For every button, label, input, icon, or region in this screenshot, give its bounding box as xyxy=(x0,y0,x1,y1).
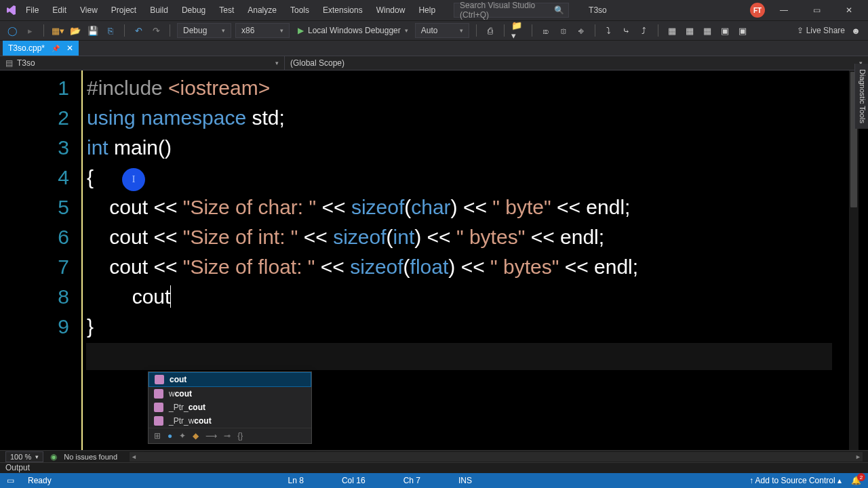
menu-project[interactable]: Project xyxy=(106,3,142,18)
live-share-button[interactable]: ⇪Live Share xyxy=(797,26,845,35)
tabbar: T3so.cpp* 📌 ✕ xyxy=(0,41,868,56)
filter-icon[interactable]: ● xyxy=(167,431,172,441)
search-placeholder: Search Visual Studio (Ctrl+Q) xyxy=(460,1,563,20)
status-line: Ln 8 xyxy=(288,476,304,485)
config-combo[interactable]: Debug xyxy=(177,23,231,38)
scope-function-combo[interactable]: (Global Scope) ▾ xyxy=(285,56,868,70)
horizontal-scrollbar[interactable]: ◄ ► xyxy=(130,452,863,462)
scope-project-combo[interactable]: ▤ T3so ▾ xyxy=(0,56,285,70)
member-icon xyxy=(154,416,163,426)
platform-combo[interactable]: x86 xyxy=(235,23,290,38)
file-tab-active[interactable]: T3so.cpp* 📌 ✕ xyxy=(3,41,79,56)
menu-tools[interactable]: Tools xyxy=(285,3,315,18)
status-ready-icon: ▭ xyxy=(7,476,14,485)
search-icon: 🔍 xyxy=(554,5,564,15)
tb-x1-icon[interactable]: ▦ xyxy=(665,24,679,37)
vs-logo-icon xyxy=(5,4,18,16)
intellisense-popup[interactable]: cout wcout _Ptr_cout _Ptr_wcout ⊞ ● ✦ ◆ … xyxy=(148,371,312,444)
status-char: Ch 7 xyxy=(403,476,420,485)
notification-bell-icon[interactable]: 🔔2 xyxy=(851,476,861,485)
issues-text: No issues found xyxy=(64,453,117,461)
step-over-icon[interactable]: ⤵ xyxy=(602,24,616,37)
menubar: File Edit View Project Build Debug Test … xyxy=(0,0,868,20)
tab-pin-icon[interactable]: 📌 xyxy=(52,45,60,52)
status-column: Col 16 xyxy=(342,476,366,485)
scroll-right-icon[interactable]: ► xyxy=(855,453,861,460)
feedback-icon[interactable]: ☻ xyxy=(849,24,863,37)
filter-icon[interactable]: ✦ xyxy=(179,431,186,441)
maximize-button[interactable]: ▭ xyxy=(803,3,830,18)
menu-file[interactable]: File xyxy=(20,3,44,18)
no-issues-icon: ◉ xyxy=(50,452,57,462)
play-icon[interactable]: ▶ xyxy=(298,26,304,35)
save-all-icon[interactable]: ⎘ xyxy=(104,24,117,37)
menu-debug[interactable]: Debug xyxy=(176,3,211,18)
new-project-icon[interactable]: ▦▾ xyxy=(51,24,64,37)
debugger-label[interactable]: Local Windows Debugger xyxy=(308,26,401,35)
code-editor[interactable]: 123 456 789 #include <iostream> using na… xyxy=(0,70,868,450)
scopebar: ▤ T3so ▾ (Global Scope) ▾ xyxy=(0,56,868,70)
scroll-left-icon[interactable]: ◄ xyxy=(131,453,137,460)
tb-misc-4-icon[interactable]: ⎆ xyxy=(574,24,588,37)
tb-x4-icon[interactable]: ▣ xyxy=(718,24,732,37)
filter-icon[interactable]: {} xyxy=(237,431,243,441)
notification-badge: 2 xyxy=(857,473,865,481)
status-ready: Ready xyxy=(28,476,52,485)
member-icon xyxy=(155,375,164,384)
step-out-icon[interactable]: ⤴ xyxy=(637,24,651,37)
member-icon xyxy=(154,389,163,399)
save-icon[interactable]: 💾 xyxy=(86,24,100,37)
tab-close-icon[interactable]: ✕ xyxy=(66,43,73,53)
zoom-combo[interactable]: 100 %▾ xyxy=(5,451,43,462)
tb-misc-3-icon[interactable]: ⎅ xyxy=(557,24,570,37)
diagnostic-tools-tab[interactable]: Diagnostic Tools xyxy=(854,64,868,129)
search-input[interactable]: Search Visual Studio (Ctrl+Q) 🔍 xyxy=(454,3,569,18)
intellisense-filters[interactable]: ⊞ ● ✦ ◆ ⟶ ⊸ {} xyxy=(149,428,311,443)
filter-icon[interactable]: ⊞ xyxy=(154,431,161,441)
intellisense-item[interactable]: _Ptr_cout xyxy=(149,401,311,414)
redo-icon[interactable]: ↷ xyxy=(149,24,163,37)
tb-x2-icon[interactable]: ▦ xyxy=(683,24,696,37)
menu-help[interactable]: Help xyxy=(413,3,441,18)
menu-view[interactable]: View xyxy=(75,3,103,18)
minimize-button[interactable]: — xyxy=(770,3,797,18)
toolbar: ◯ ▸ ▦▾ 📂 💾 ⎘ ↶ ↷ Debug x86 ▶ Local Windo… xyxy=(0,20,868,41)
menu-window[interactable]: Window xyxy=(371,3,411,18)
intellisense-item[interactable]: cout xyxy=(149,372,311,387)
intellisense-item[interactable]: _Ptr_wcout xyxy=(149,414,311,428)
mouse-cursor-icon: I xyxy=(122,168,145,191)
menu-edit[interactable]: Edit xyxy=(47,3,72,18)
nav-back-icon[interactable]: ◯ xyxy=(5,24,19,37)
auto-combo[interactable]: Auto xyxy=(415,23,469,38)
tb-misc-2-icon[interactable]: ⎄ xyxy=(539,24,553,37)
menu-test[interactable]: Test xyxy=(214,3,239,18)
project-name: T3so xyxy=(589,5,607,15)
nav-fwd-icon[interactable]: ▸ xyxy=(23,24,37,37)
member-icon xyxy=(154,403,163,412)
filter-icon[interactable]: ◆ xyxy=(193,431,199,441)
step-into-icon[interactable]: ⤷ xyxy=(620,24,633,37)
filter-icon[interactable]: ⟶ xyxy=(205,431,217,441)
menu-extensions[interactable]: Extensions xyxy=(317,3,368,18)
menu-analyze[interactable]: Analyze xyxy=(242,3,282,18)
tab-filename: T3so.cpp* xyxy=(8,43,45,53)
statusbar: ▭ Ready Ln 8 Col 16 Ch 7 INS ↑ Add to So… xyxy=(0,473,868,488)
process-icon[interactable]: ⎙ xyxy=(484,24,497,37)
tb-misc-1-icon[interactable]: 📁▾ xyxy=(511,24,525,37)
source-control-button[interactable]: ↑ Add to Source Control ▴ xyxy=(749,476,842,485)
undo-icon[interactable]: ↶ xyxy=(132,24,145,37)
cpp-file-icon: ▤ xyxy=(5,58,13,68)
filter-icon[interactable]: ⊸ xyxy=(224,431,231,441)
tb-x3-icon[interactable]: ▦ xyxy=(701,24,714,37)
editor-footer: 100 %▾ ◉ No issues found ◄ ► xyxy=(0,450,868,462)
menu-build[interactable]: Build xyxy=(144,3,174,18)
close-button[interactable]: ✕ xyxy=(835,3,863,18)
status-ins: INS xyxy=(458,476,472,485)
intellisense-item[interactable]: wcout xyxy=(149,387,311,401)
line-gutter: 123 456 789 xyxy=(0,70,81,450)
tb-x5-icon[interactable]: ▣ xyxy=(736,24,749,37)
output-panel-header[interactable]: Output xyxy=(0,462,868,473)
open-icon[interactable]: 📂 xyxy=(68,24,82,37)
user-avatar[interactable]: FT xyxy=(750,3,765,18)
live-share-icon: ⇪ xyxy=(797,26,804,35)
